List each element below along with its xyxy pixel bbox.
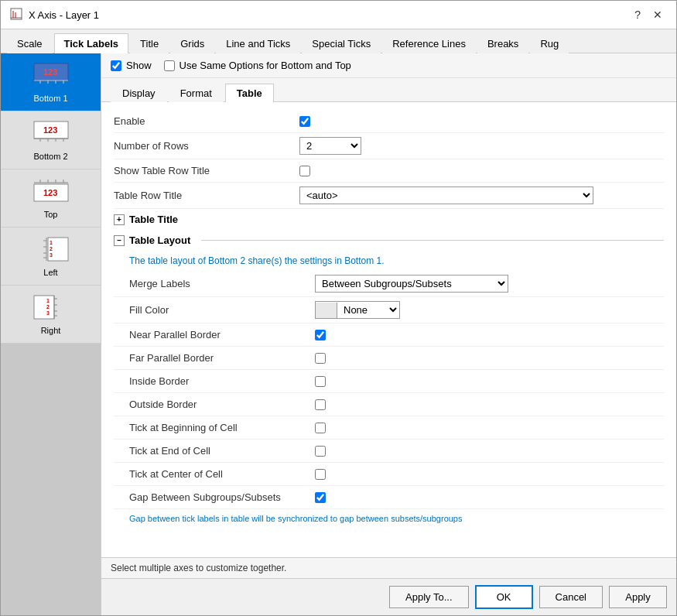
outside-border-checkbox[interactable]	[315, 399, 326, 410]
tick-beginning-label: Tick at Beginning of Cell	[129, 422, 315, 433]
sidebar-filler	[1, 344, 101, 615]
tab-scale[interactable]: Scale	[7, 33, 53, 53]
merge-labels-label: Merge Labels	[129, 278, 315, 289]
fill-color-swatch[interactable]	[316, 303, 337, 318]
left-label: Left	[43, 268, 57, 277]
tick-end-row: Tick at End of Cell	[114, 440, 664, 463]
fill-color-control: None Auto Custom	[315, 301, 664, 319]
svg-text:1: 1	[46, 298, 50, 303]
top-icon: 123	[32, 177, 70, 205]
tick-beginning-control	[315, 423, 664, 433]
top-label: Top	[44, 210, 58, 219]
gap-subgroups-row: Gap Between Subgroups/Subsets	[114, 486, 664, 509]
svg-text:123: 123	[43, 125, 57, 135]
inner-tab-table[interactable]: Table	[225, 84, 274, 102]
tab-reference-lines[interactable]: Reference Lines	[382, 33, 476, 53]
enable-checkbox[interactable]	[299, 116, 310, 127]
show-label[interactable]: Show	[126, 60, 152, 71]
fill-color-dropdown: None Auto Custom	[315, 301, 400, 319]
outside-border-control	[315, 399, 664, 410]
tick-beginning-row: Tick at Beginning of Cell	[114, 416, 664, 440]
outside-border-row: Outside Border	[114, 393, 664, 416]
table-title-section: + Table Title	[114, 209, 664, 230]
tick-end-checkbox[interactable]	[315, 446, 326, 457]
number-of-rows-select[interactable]: 2 1 3 4 5	[299, 137, 361, 155]
far-parallel-border-checkbox[interactable]	[315, 353, 326, 364]
bottom1-icon: 123	[32, 61, 70, 89]
sidebar-item-right[interactable]: 1 2 3 Right	[1, 286, 101, 344]
info-text: Select multiple axes to customize togeth…	[111, 563, 286, 573]
near-parallel-border-control	[315, 330, 664, 341]
apply-to-button[interactable]: Apply To...	[389, 586, 468, 608]
bottom2-label: Bottom 2	[33, 152, 67, 161]
svg-text:123: 123	[43, 188, 57, 197]
ok-button[interactable]: OK	[475, 585, 533, 609]
far-parallel-border-row: Far Parallel Border	[114, 347, 664, 370]
tab-breaks[interactable]: Breaks	[477, 33, 528, 53]
show-table-row-title-row: Show Table Row Title	[114, 159, 664, 183]
merge-labels-select[interactable]: Between Subgroups/Subsets None All	[315, 275, 508, 293]
table-row-title-row: Table Row Title <auto>	[114, 183, 664, 209]
table-row-title-select[interactable]: <auto>	[299, 187, 593, 204]
tick-center-checkbox[interactable]	[315, 469, 326, 480]
close-button[interactable]: ✕	[648, 7, 667, 22]
tick-center-label: Tick at Center of Cell	[129, 468, 315, 480]
show-table-row-title-checkbox[interactable]	[299, 166, 310, 176]
help-button[interactable]: ?	[630, 7, 645, 22]
fill-color-row: Fill Color None Auto Custom	[114, 297, 664, 323]
bottom1-label: Bottom 1	[33, 94, 67, 103]
number-of-rows-label: Number of Rows	[114, 140, 299, 152]
show-checkbox-row: Show	[111, 60, 152, 71]
tab-title[interactable]: Title	[130, 33, 169, 53]
use-same-label[interactable]: Use Same Options for Bottom and Top	[180, 60, 351, 71]
sidebar-item-left[interactable]: 1 2 3 Left	[1, 228, 101, 286]
layout-note: The table layout of Bottom 2 share(s) th…	[114, 251, 664, 271]
tab-tick-labels[interactable]: Tick Labels	[54, 33, 129, 53]
right-icon: 1 2 3	[32, 293, 70, 321]
svg-text:1: 1	[50, 240, 53, 245]
tick-beginning-checkbox[interactable]	[315, 423, 326, 433]
gap-note: Gap between tick labels in table will be…	[114, 509, 664, 531]
tick-center-row: Tick at Center of Cell	[114, 463, 664, 486]
svg-text:123: 123	[43, 67, 57, 77]
number-of-rows-row: Number of Rows 2 1 3 4 5	[114, 133, 664, 159]
inside-border-checkbox[interactable]	[315, 376, 326, 387]
title-icon	[10, 8, 22, 22]
inside-border-label: Inside Border	[129, 375, 315, 387]
info-bar: Select multiple axes to customize togeth…	[101, 557, 676, 578]
inner-tab-format[interactable]: Format	[169, 84, 224, 102]
apply-button[interactable]: Apply	[609, 586, 667, 608]
window-title: X Axis - Layer 1	[29, 9, 99, 21]
right-panel: Show Use Same Options for Bottom and Top…	[101, 53, 676, 615]
near-parallel-border-checkbox[interactable]	[315, 330, 326, 341]
footer: Apply To... OK Cancel Apply	[101, 578, 676, 615]
settings-area: Enable Number of Rows 2 1 3 4 5	[101, 102, 676, 557]
inner-tab-display[interactable]: Display	[111, 84, 167, 102]
table-layout-expand[interactable]: –	[114, 235, 125, 246]
sidebar-item-bottom2[interactable]: 123 Bottom 2	[1, 111, 101, 169]
title-bar-controls: ? ✕	[630, 7, 667, 22]
gap-subgroups-checkbox[interactable]	[315, 492, 326, 503]
inner-tab-bar: Display Format Table	[101, 78, 676, 102]
use-same-checkbox[interactable]	[164, 60, 175, 71]
cancel-button[interactable]: Cancel	[539, 586, 603, 608]
svg-text:3: 3	[46, 310, 50, 316]
bottom2-icon: 123	[32, 119, 70, 147]
tab-rug[interactable]: Rug	[530, 33, 569, 53]
inside-border-control	[315, 376, 664, 387]
enable-label: Enable	[114, 115, 299, 127]
far-parallel-border-label: Far Parallel Border	[129, 352, 315, 364]
sidebar-item-bottom1[interactable]: 123 Bottom 1	[1, 53, 101, 111]
table-row-title-control: <auto>	[299, 187, 664, 204]
show-checkbox[interactable]	[111, 60, 121, 71]
table-title-expand[interactable]: +	[114, 214, 125, 225]
left-icon: 1 2 3	[32, 235, 70, 263]
show-table-row-title-control	[299, 166, 664, 176]
near-parallel-border-label: Near Parallel Border	[129, 329, 315, 341]
sidebar-item-top[interactable]: 123 Top	[1, 169, 101, 228]
fill-color-select[interactable]: None Auto Custom	[337, 302, 399, 318]
tab-special-ticks[interactable]: Special Ticks	[302, 33, 381, 53]
tab-grids[interactable]: Grids	[170, 33, 214, 53]
table-layout-label: Table Layout	[129, 234, 190, 246]
tab-line-and-ticks[interactable]: Line and Ticks	[216, 33, 300, 53]
